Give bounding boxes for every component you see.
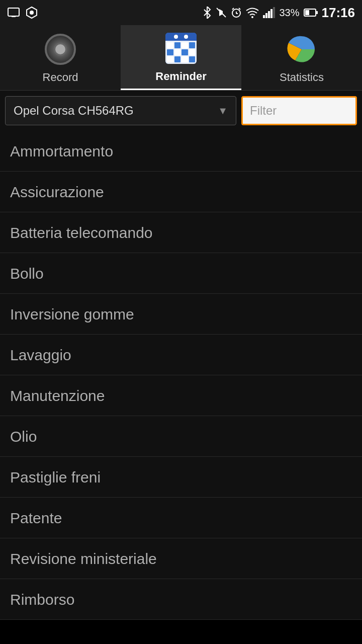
statistics-icon <box>286 34 317 65</box>
list-item[interactable]: Rimborso <box>0 579 362 620</box>
list-item[interactable]: Bollo <box>0 253 362 294</box>
tab-bar: Record <box>0 25 362 91</box>
list-item[interactable]: Lavaggio <box>0 335 362 375</box>
alarm-icon <box>231 7 242 18</box>
list-item-text: Lavaggio <box>10 347 71 363</box>
record-tab-icon-container <box>43 32 78 67</box>
reminder-tab-icon-container <box>163 31 199 66</box>
vehicle-dropdown[interactable]: Opel Corsa CH564RG ▼ <box>5 96 236 125</box>
tab-reminder-label: Reminder <box>155 70 206 83</box>
list-item[interactable]: Manutenzione <box>0 375 362 416</box>
list-item-text: Patente <box>10 510 62 526</box>
tab-record[interactable]: Record <box>0 25 121 90</box>
battery-icon <box>304 8 318 17</box>
svg-rect-14 <box>270 9 273 18</box>
screen-icon <box>7 6 20 19</box>
svg-rect-11 <box>263 15 265 18</box>
list-item-text: Pastiglie freni <box>10 469 101 486</box>
signal-icon <box>263 7 275 18</box>
wifi-icon <box>246 7 259 18</box>
svg-rect-17 <box>305 10 309 15</box>
list-item-text: Batteria telecomando <box>10 224 153 241</box>
tab-reminder[interactable]: Reminder <box>121 25 241 90</box>
record-icon <box>45 34 76 65</box>
tab-statistics[interactable]: Statistics <box>241 25 362 90</box>
list-item-text: Manutenzione <box>10 387 105 404</box>
svg-point-10 <box>251 16 253 18</box>
list-item-text: Rimborso <box>10 591 74 608</box>
svg-rect-0 <box>8 8 19 16</box>
list-item[interactable]: Assicurazione <box>0 172 362 212</box>
mute-icon <box>216 7 227 18</box>
svg-point-19 <box>174 35 178 39</box>
list-item-text: Assicurazione <box>10 184 104 200</box>
list-item[interactable]: Olio <box>0 416 362 457</box>
reminder-icon <box>165 33 197 64</box>
status-time: 17:16 <box>322 5 355 21</box>
battery-percentage: 33% <box>279 7 299 19</box>
svg-rect-12 <box>265 13 267 18</box>
svg-point-3 <box>30 11 34 15</box>
svg-rect-13 <box>268 11 270 18</box>
app-icon <box>25 6 38 19</box>
list-item-text: Bollo <box>10 265 44 282</box>
svg-line-9 <box>239 8 240 10</box>
status-left-icons <box>7 6 38 19</box>
list-item[interactable]: Revisione ministeriale <box>0 538 362 579</box>
bluetooth-icon <box>203 7 212 19</box>
list-item-text: Olio <box>10 428 37 445</box>
tab-statistics-label: Statistics <box>280 71 324 84</box>
svg-line-8 <box>232 8 234 10</box>
statistics-tab-icon-container <box>284 32 319 67</box>
list-item-text: Revisione ministeriale <box>10 550 157 567</box>
list-item-text: Inversione gomme <box>10 306 134 323</box>
svg-rect-18 <box>316 11 318 14</box>
svg-point-20 <box>184 35 188 39</box>
vehicle-name: Opel Corsa CH564RG <box>14 104 134 118</box>
dropdown-arrow-icon: ▼ <box>218 105 228 117</box>
list-item[interactable]: Patente <box>0 498 362 538</box>
svg-rect-15 <box>273 7 275 18</box>
toolbar: Opel Corsa CH564RG ▼ <box>0 91 362 131</box>
tab-record-label: Record <box>43 71 78 84</box>
list-item[interactable]: Ammortamento <box>0 131 362 172</box>
svg-rect-1 <box>12 16 16 17</box>
status-right-icons: 33% 17:16 <box>203 5 355 21</box>
list-item[interactable]: Batteria telecomando <box>0 212 362 253</box>
filter-input[interactable] <box>241 96 357 125</box>
status-bar: 33% 17:16 <box>0 0 362 25</box>
list-item[interactable]: Pastiglie freni <box>0 457 362 498</box>
reminder-list: AmmortamentoAssicurazioneBatteria teleco… <box>0 131 362 620</box>
list-item-text: Ammortamento <box>10 143 113 159</box>
list-item[interactable]: Inversione gomme <box>0 294 362 335</box>
